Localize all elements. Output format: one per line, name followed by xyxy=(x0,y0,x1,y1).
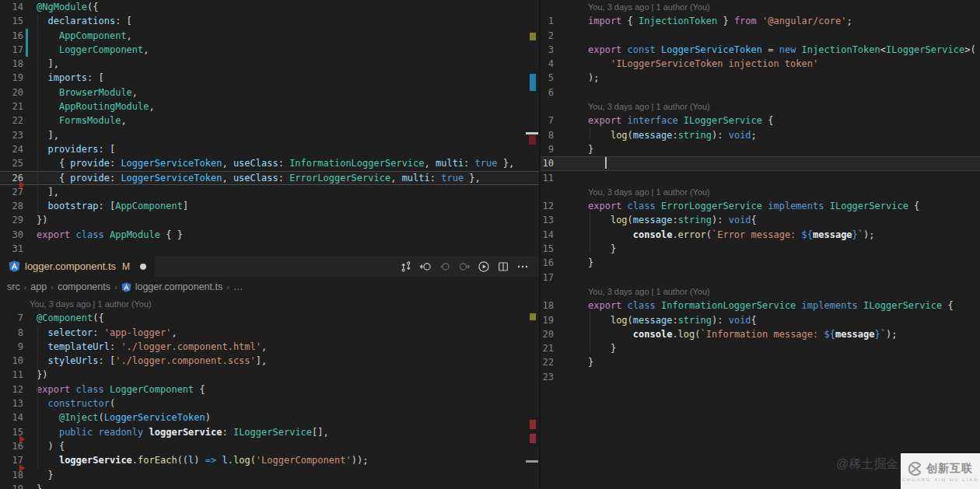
line-number: 15 xyxy=(541,242,554,256)
code-line[interactable]: 29}) xyxy=(0,213,539,227)
code-line[interactable]: 12export class ErrorLoggerService implem… xyxy=(541,199,980,213)
change-indicator-icon[interactable] xyxy=(439,260,451,273)
code-line[interactable]: 19} xyxy=(0,482,539,489)
code-line[interactable]: 13 constructor( xyxy=(0,396,539,410)
code-line[interactable]: 10 xyxy=(541,156,980,170)
code-line[interactable]: 14 @Inject(LoggerServiceToken) xyxy=(0,410,539,424)
breadcrumb-item-components[interactable]: components xyxy=(58,281,110,292)
code-line[interactable]: 9} xyxy=(541,142,980,156)
code-line[interactable]: 1import { InjectionToken } from '@angula… xyxy=(541,14,980,28)
code-line[interactable]: 25 { provide: LoggerServiceToken, useCla… xyxy=(0,156,539,170)
line-number: 17 xyxy=(0,43,23,57)
more-actions-icon[interactable] xyxy=(516,260,529,273)
breadcrumb-item-tail[interactable]: … xyxy=(233,281,243,292)
code-line[interactable]: 8 selector: 'app-logger', xyxy=(0,326,539,340)
breadcrumb-item-app[interactable]: app xyxy=(30,281,47,292)
angular-file-icon xyxy=(9,260,20,272)
line-number: 17 xyxy=(0,453,23,467)
line-number: 16 xyxy=(0,29,23,43)
code-line[interactable]: 19 imports: [ xyxy=(0,71,539,85)
code-line[interactable]: 11 xyxy=(541,171,980,185)
overview-ruler-mark xyxy=(530,33,536,40)
compare-changes-icon[interactable] xyxy=(400,260,412,273)
overview-ruler-mark xyxy=(526,460,538,463)
split-editor-icon[interactable] xyxy=(497,260,509,273)
code-line[interactable]: 15 public readonly loggerService: ILogge… xyxy=(0,425,539,439)
line-number: 25 xyxy=(0,156,23,170)
line-number: 5 xyxy=(541,71,554,85)
code-line[interactable]: 7@Component({ xyxy=(0,311,539,325)
code-line[interactable]: 13 log(message:string): void{ xyxy=(541,213,980,227)
code-line[interactable]: 26 { provide: LoggerServiceToken, useCla… xyxy=(0,171,539,185)
code-line[interactable]: 24 providers: [ xyxy=(0,142,539,156)
line-number: 2 xyxy=(541,29,554,43)
code-line[interactable]: 20 BrowserModule, xyxy=(0,86,539,100)
editor-actions xyxy=(400,260,539,273)
run-file-icon[interactable] xyxy=(478,260,490,273)
code-line[interactable]: 15 declarations: [ xyxy=(0,14,539,28)
blame-annotation: You, 3 days ago | 1 author (You) xyxy=(541,285,980,299)
line-number: 14 xyxy=(541,228,554,242)
code-line[interactable]: 22 FormsModule, xyxy=(0,114,539,127)
line-number: 19 xyxy=(0,482,23,489)
code-line[interactable]: 30export class AppModule { } xyxy=(0,228,539,242)
code-line[interactable]: 28 bootstrap: [AppComponent] xyxy=(0,199,539,213)
line-number: 29 xyxy=(0,213,23,227)
unsaved-dot-icon[interactable] xyxy=(140,264,146,270)
code-line[interactable]: 27 ], xyxy=(0,185,539,199)
code-line[interactable]: 17 loggerService.forEach((l) => l.log('L… xyxy=(0,453,539,467)
tab-logger-component[interactable]: logger.component.ts M xyxy=(0,256,155,277)
code-line[interactable]: 5); xyxy=(541,71,980,85)
line-number: 8 xyxy=(541,128,554,142)
editor-logger-service[interactable]: You, 3 days ago | 1 author (You)1import … xyxy=(541,0,980,489)
indent-guide xyxy=(37,14,38,214)
code-line[interactable]: 15 } xyxy=(541,242,980,256)
line-number: 21 xyxy=(0,100,23,114)
code-line[interactable]: 20 console.log(`Information message: ${m… xyxy=(541,327,980,341)
code-line[interactable]: 21 AppRoutingModule, xyxy=(0,100,539,114)
code-line[interactable]: 2 xyxy=(541,29,980,43)
line-number: 10 xyxy=(541,156,554,170)
code-line[interactable]: 18export class InformationLoggerService … xyxy=(541,299,980,313)
blame-annotation: You, 3 days ago | 1 author (You) xyxy=(541,100,980,114)
editor-logger-component[interactable]: You, 3 days ago | 1 author (You)7@Compon… xyxy=(0,297,539,489)
next-change-icon[interactable] xyxy=(458,260,471,273)
code-line[interactable]: 4 'ILoggerServiceToken injection token' xyxy=(541,57,980,71)
code-line[interactable]: 17 LoggerComponent, xyxy=(0,43,539,57)
code-line[interactable]: 16} xyxy=(541,256,980,270)
code-line[interactable]: 14 console.error(`Error message: ${messa… xyxy=(541,228,980,242)
code-line[interactable]: 3export const LoggerServiceToken = new I… xyxy=(541,43,980,57)
code-line[interactable]: 18 } xyxy=(0,468,539,482)
code-line[interactable]: 31 xyxy=(0,242,539,256)
code-line[interactable]: 14@NgModule({ xyxy=(0,0,539,14)
code-line[interactable]: 11}) xyxy=(0,368,539,382)
line-number: 1 xyxy=(541,14,554,28)
code-line[interactable]: 22} xyxy=(541,355,980,369)
breadcrumb-item-file[interactable]: logger.component.ts xyxy=(135,281,223,292)
blame-annotation: You, 3 days ago | 1 author (You) xyxy=(541,0,980,14)
code-line[interactable]: 23 ], xyxy=(0,128,539,142)
angular-file-icon xyxy=(121,282,131,292)
line-number: 12 xyxy=(0,382,23,396)
git-modified-badge: M xyxy=(122,261,130,272)
breadcrumb-item-src[interactable]: src xyxy=(7,281,20,292)
code-line[interactable]: 19 log(message:string): void{ xyxy=(541,313,980,327)
code-line[interactable]: 18 ], xyxy=(0,57,539,71)
line-number: 12 xyxy=(541,199,554,213)
code-line[interactable]: 8 log(message:string): void; xyxy=(541,128,980,142)
code-line[interactable]: 17 xyxy=(541,271,980,285)
code-line[interactable]: 23 xyxy=(541,370,980,384)
code-line[interactable]: 6 xyxy=(541,86,980,100)
code-line[interactable]: 21 } xyxy=(541,341,980,355)
code-line[interactable]: 10 styleUrls: ['./logger.component.scss'… xyxy=(0,354,539,368)
code-line[interactable]: 12export class LoggerComponent { xyxy=(0,382,539,396)
code-line[interactable]: 7export interface ILoggerService { xyxy=(541,114,980,127)
code-line[interactable]: 16 AppComponent, xyxy=(0,29,539,43)
line-number: 23 xyxy=(541,370,554,384)
line-number: 20 xyxy=(0,86,23,100)
code-line[interactable]: 16 ) { xyxy=(0,439,539,453)
code-line[interactable]: 9 templateUrl: './logger.component.html'… xyxy=(0,340,539,354)
previous-change-icon[interactable] xyxy=(419,260,432,273)
editor-app-module[interactable]: 14@NgModule({15 declarations: [16 AppCom… xyxy=(0,0,539,256)
line-number: 30 xyxy=(0,228,23,242)
